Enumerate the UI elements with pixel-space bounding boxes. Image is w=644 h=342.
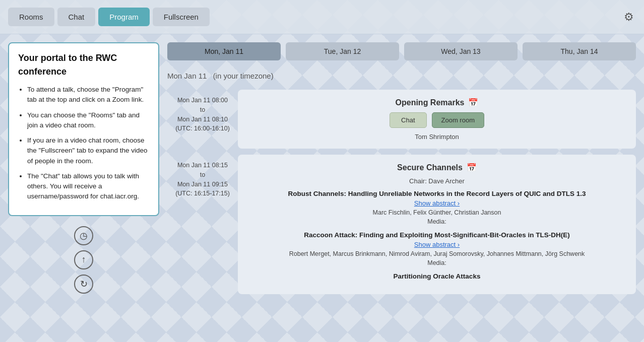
clock-icon: ◷ (80, 230, 88, 241)
show-abstract-1[interactable]: Show abstract › (248, 199, 626, 207)
sessions-container: Mon Jan 11 08:00 to Mon Jan 11 08:10 (UT… (167, 90, 636, 300)
list-item: To attend a talk, choose the "Program" t… (27, 85, 149, 105)
session-title-2: Secure Channels 📅 (248, 163, 626, 172)
talk-block-2: Raccoon Attack: Finding and Exploiting M… (248, 231, 626, 266)
top-nav: Rooms Chat Program Fullscreen ⚙ (0, 0, 644, 34)
gear-icon: ⚙ (624, 11, 634, 23)
info-box: Your portal to the RWC conference To att… (8, 42, 159, 216)
scroll-up-button[interactable]: ↑ (74, 250, 93, 269)
day-tab-mon[interactable]: Mon, Jan 11 (167, 42, 281, 60)
day-tab-wed[interactable]: Wed, Jan 13 (404, 42, 518, 60)
session-row: Mon Jan 11 08:15 to Mon Jan 11 09:15 (UT… (167, 155, 636, 294)
day-heading-timezone: (in your timezone) (213, 72, 274, 80)
day-tabs: Mon, Jan 11 Tue, Jan 12 Wed, Jan 13 Thu,… (167, 42, 636, 60)
session-row: Mon Jan 11 08:00 to Mon Jan 11 08:10 (UT… (167, 90, 636, 149)
list-item: If you are in a video chat room, choose … (27, 135, 149, 166)
clock-button[interactable]: ◷ (74, 226, 93, 245)
session-title-text-2: Secure Channels (397, 163, 463, 172)
sidebar-icons: ◷ ↑ ↻ (8, 226, 159, 294)
zoom-room-button[interactable]: Zoom room (432, 112, 484, 128)
show-abstract-2[interactable]: Show abstract › (248, 241, 626, 248)
day-heading: Mon Jan 11 (in your timezone) (167, 69, 636, 82)
tab-rooms[interactable]: Rooms (8, 8, 54, 26)
talk-media-1: Media: (248, 218, 626, 225)
tab-program[interactable]: Program (98, 8, 150, 26)
session-time-1: Mon Jan 11 08:00 to Mon Jan 11 08:10 (UT… (167, 90, 238, 149)
day-tab-tue[interactable]: Tue, Jan 12 (286, 42, 399, 60)
talk-title-2: Raccoon Attack: Finding and Exploiting M… (248, 231, 626, 239)
talk-block-3: Partitioning Oracle Attacks (248, 272, 626, 280)
content-area: Mon, Jan 11 Tue, Jan 12 Wed, Jan 13 Thu,… (167, 42, 636, 300)
nav-tabs: Rooms Chat Program Fullscreen (8, 8, 210, 26)
tab-fullscreen[interactable]: Fullscreen (153, 8, 210, 26)
info-heading: Your portal to the RWC conference (18, 51, 149, 79)
calendar-icon: 📅 (468, 98, 478, 107)
day-heading-date: Mon Jan 11 (167, 72, 207, 80)
talk-title-1: Robust Channels: Handling Unreliable Net… (248, 190, 626, 197)
session-time-2: Mon Jan 11 08:15 to Mon Jan 11 09:15 (UT… (167, 155, 238, 294)
session-title: Opening Remarks 📅 (248, 98, 626, 107)
list-item: You can choose the "Rooms" tab and join … (27, 110, 149, 131)
info-list: To attend a talk, choose the "Program" t… (18, 85, 149, 202)
main-layout: Your portal to the RWC conference To att… (0, 34, 644, 308)
session-chair: Chair: Dave Archer (248, 177, 626, 185)
talk-block-1: Robust Channels: Handling Unreliable Net… (248, 190, 626, 225)
talk-media-2: Media: (248, 259, 626, 266)
calendar-icon-2: 📅 (467, 163, 477, 172)
app-container: Rooms Chat Program Fullscreen ⚙ Your por… (0, 0, 644, 342)
refresh-icon: ↻ (80, 279, 88, 290)
arrow-up-icon: ↑ (82, 254, 86, 265)
list-item: The "Chat" tab allows you to talk with o… (27, 171, 149, 202)
sidebar: Your portal to the RWC conference To att… (8, 42, 159, 300)
session-presenter: Tom Shrimpton (248, 133, 626, 141)
day-tab-thu[interactable]: Thu, Jan 14 (523, 42, 636, 60)
talk-authors-2: Robert Merget, Marcus Brinkmann, Nimrod … (248, 250, 626, 257)
session-card-opening: Opening Remarks 📅 Chat Zoom room Tom Shr… (238, 90, 636, 149)
talk-title-3: Partitioning Oracle Attacks (248, 272, 626, 280)
refresh-button[interactable]: ↻ (74, 275, 93, 294)
tab-chat[interactable]: Chat (57, 8, 96, 26)
settings-button[interactable]: ⚙ (624, 11, 634, 24)
talk-authors-1: Marc Fischlin, Felix Günther, Christian … (248, 209, 626, 216)
chat-button[interactable]: Chat (390, 112, 426, 128)
session-card-secure-channels: Secure Channels 📅 Chair: Dave Archer Rob… (238, 155, 636, 294)
session-actions: Chat Zoom room (248, 112, 626, 128)
session-title-text: Opening Remarks (396, 98, 465, 107)
